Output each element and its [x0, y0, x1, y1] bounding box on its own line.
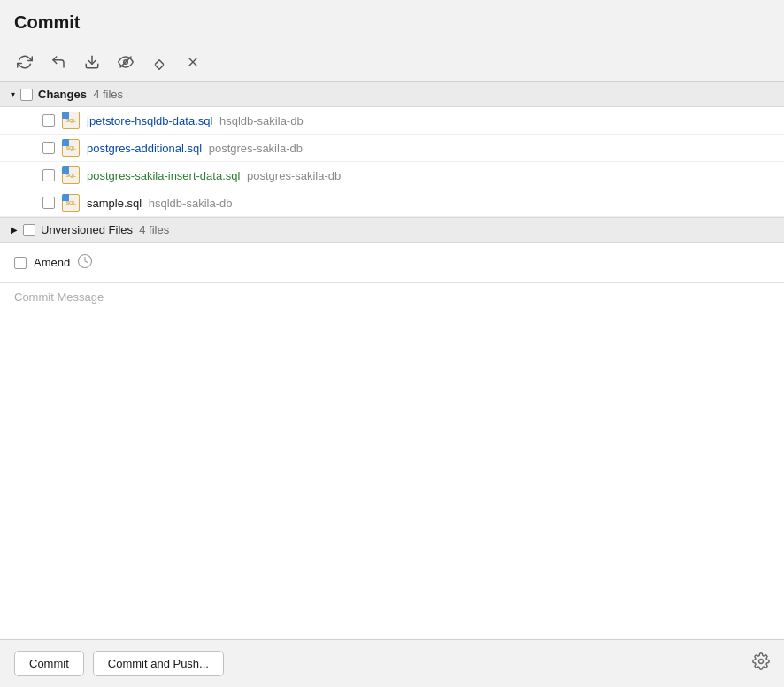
refresh-icon[interactable]	[14, 51, 35, 73]
amend-section: Amend	[0, 243, 784, 283]
changes-file-count: 4 files	[93, 88, 123, 101]
file-repo-1: hsqldb-sakila-db	[219, 114, 304, 127]
file-link-4[interactable]: sample.sql	[87, 197, 142, 210]
file-checkbox-3[interactable]	[42, 169, 55, 181]
file-checkbox-1[interactable]	[42, 114, 55, 127]
changes-group-header[interactable]: ▾ Changes 4 files	[0, 82, 784, 107]
title-bar: Commit	[0, 0, 784, 42]
amend-checkbox[interactable]	[14, 257, 27, 269]
sql-file-icon: SQL	[62, 112, 80, 129]
commit-button[interactable]: Commit	[14, 651, 84, 676]
expand-collapse-icon[interactable]	[149, 51, 170, 73]
commit-message-area[interactable]: Commit Message	[0, 283, 784, 390]
unversioned-file-count: 4 files	[139, 223, 169, 236]
list-item[interactable]: SQL postgres-additional.sql postgres-sak…	[0, 135, 784, 162]
unversioned-group-checkbox[interactable]	[23, 224, 35, 236]
file-list: SQL jpetstore-hsqldb-data.sql hsqldb-sak…	[0, 107, 784, 217]
unversioned-expand-arrow[interactable]: ▶	[11, 225, 18, 235]
unversioned-group-header[interactable]: ▶ Unversioned Files 4 files	[0, 217, 784, 243]
changes-group-label: Changes 4 files	[38, 88, 123, 101]
file-link-3[interactable]: postgres-sakila-insert-data.sql	[87, 169, 240, 182]
changes-expand-arrow[interactable]: ▾	[11, 89, 15, 99]
list-item[interactable]: SQL postgres-sakila-insert-data.sql post…	[0, 162, 784, 189]
eye-icon[interactable]	[115, 51, 136, 73]
download-icon[interactable]	[81, 51, 103, 73]
file-link-1[interactable]: jpetstore-hsqldb-data.sql	[87, 114, 212, 127]
commit-message-placeholder: Commit Message	[14, 290, 104, 304]
file-repo-3: postgres-sakila-db	[247, 169, 341, 182]
unversioned-group-label: Unversioned Files 4 files	[41, 223, 169, 236]
file-name-1[interactable]: jpetstore-hsqldb-data.sql hsqldb-sakila-…	[87, 114, 304, 127]
sql-file-icon: SQL	[62, 139, 80, 157]
file-name-4[interactable]: sample.sql hsqldb-sakila-db	[87, 197, 232, 210]
file-checkbox-4[interactable]	[42, 197, 55, 209]
file-repo-4: hsqldb-sakila-db	[149, 197, 233, 210]
toolbar	[0, 42, 784, 82]
file-repo-2: postgres-sakila-db	[209, 142, 303, 155]
sql-file-icon: SQL	[62, 194, 80, 212]
undo-icon[interactable]	[48, 51, 69, 73]
list-item[interactable]: SQL sample.sql hsqldb-sakila-db	[0, 189, 784, 217]
content-area: ▾ Changes 4 files SQL jpetstore-hsqldb-d…	[0, 82, 784, 639]
file-name-3[interactable]: postgres-sakila-insert-data.sql postgres…	[87, 169, 341, 182]
gear-icon[interactable]	[752, 652, 770, 675]
unversioned-label: Unversioned Files	[41, 223, 133, 236]
bottom-left-actions: Commit Commit and Push...	[14, 651, 224, 676]
changes-label: Changes	[38, 88, 87, 101]
file-checkbox-2[interactable]	[42, 142, 55, 154]
close-icon[interactable]	[182, 51, 204, 73]
page-title: Commit	[14, 12, 770, 33]
list-item[interactable]: SQL jpetstore-hsqldb-data.sql hsqldb-sak…	[0, 107, 784, 135]
changes-group-checkbox[interactable]	[20, 89, 33, 101]
amend-label: Amend	[34, 256, 70, 269]
file-name-2[interactable]: postgres-additional.sql postgres-sakila-…	[87, 142, 303, 155]
svg-point-6	[759, 660, 764, 664]
commit-and-push-button[interactable]: Commit and Push...	[93, 651, 224, 676]
sql-file-icon: SQL	[62, 166, 80, 184]
history-icon[interactable]	[77, 253, 93, 272]
file-link-2[interactable]: postgres-additional.sql	[87, 142, 202, 155]
bottom-bar: Commit Commit and Push...	[0, 639, 784, 687]
